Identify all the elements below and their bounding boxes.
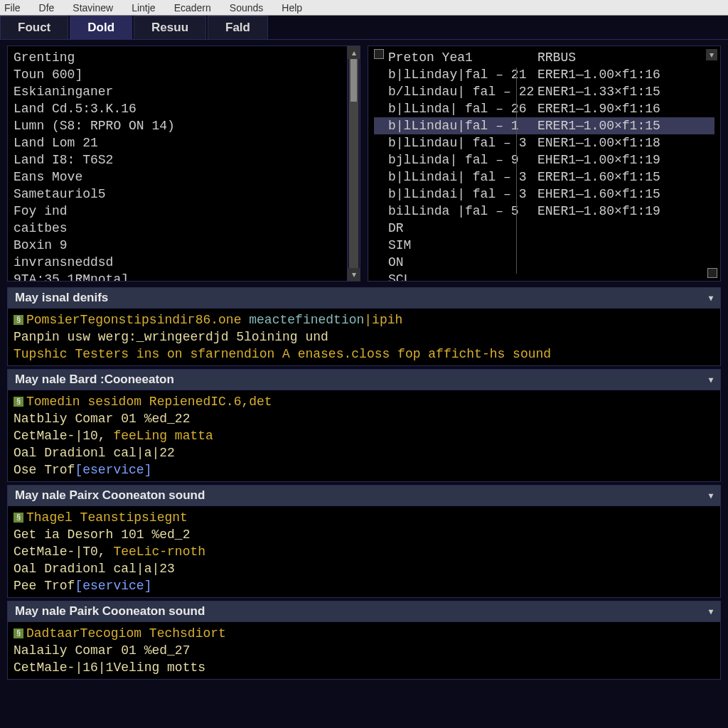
list-item[interactable]: Lumn (S8: RPRO ON 14) (14, 117, 341, 134)
list-item[interactable]: Foy ind (14, 203, 341, 220)
list-item[interactable]: Boxin 9 (14, 237, 341, 254)
log-line: Ose Trof[eservice] (14, 461, 714, 478)
tab-strip: FouctDoldResuuFald (0, 16, 728, 40)
tab-resuu[interactable]: Resuu (134, 16, 206, 39)
left-list-panel: GrentingToun 600]EskianinganerLand Cd.5:… (7, 46, 360, 282)
table-footer-line: ON (374, 254, 714, 271)
log-line: Oal Dradionl cal|a|22 (14, 444, 714, 461)
tab-fald[interactable]: Fald (208, 16, 268, 39)
right-table[interactable]: Preton Yea1RRBUSb|lLinday|fal – 21ERER1—… (368, 46, 720, 281)
log-line: CetMale-|16|1Veling motts (14, 659, 714, 676)
log-line: Natbliy Comar 01 %ed_22 (14, 410, 714, 427)
section-body: §PomsierTegonstipsindiг86.one meactefine… (7, 309, 721, 366)
left-list[interactable]: GrentingToun 600]EskianinganerLand Cd.5:… (8, 46, 347, 281)
table-footer-line: SIM (374, 237, 714, 254)
section-header[interactable]: May nale Pairk Cooneaton sound▾ (7, 601, 721, 622)
log-line: Oal Dradionl cal|a|23 (14, 560, 714, 577)
section: May nale Pairk Cooneaton sound▾§DadtaarT… (7, 601, 721, 680)
table-row[interactable]: b|lLinday|fal – 21ERER1—1.00×f1:16 (374, 66, 714, 83)
section: May nale Bard :Cooneeaton▾§Tomedin sesid… (7, 369, 721, 482)
section-body: §Thagel TeanstipsiegntGet ia Desorh 101 … (7, 506, 721, 598)
log-line: CetMale-|10, feeLing matta (14, 427, 714, 444)
scroll-up-icon[interactable]: ▴ (348, 46, 360, 59)
list-item[interactable]: Land I8: T6S2 (14, 151, 341, 168)
table-row[interactable]: b|lLindai| fal – 3EHER1—1.60×f1:15 (374, 186, 714, 203)
log-line: §DadtaarTecogiom Techsdiort (14, 625, 714, 642)
menu-stavinew[interactable]: Stavinew (73, 2, 113, 14)
menu-sounds[interactable]: Sounds (230, 2, 263, 14)
menu-file[interactable]: File (4, 2, 21, 14)
section-title: May nale Bard :Cooneeaton (15, 373, 174, 387)
log-line: CetMale-|T0, TeeLic-rnoth (14, 543, 714, 560)
log-line: §PomsierTegonstipsindiг86.one meactefine… (14, 311, 714, 328)
chevron-down-icon[interactable]: ▾ (709, 606, 713, 616)
tab-dold[interactable]: Dold (70, 16, 132, 39)
list-item[interactable]: Grenting (14, 49, 341, 66)
list-item[interactable]: Eskianinganer (14, 83, 341, 100)
log-line: Pee Trof[eservice] (14, 577, 714, 594)
list-item[interactable]: 9TA:35.1RMnota] (14, 271, 341, 281)
section-body: §Tomedin sesidom RepienedIC.6,detNatbliy… (7, 390, 721, 482)
log-line: Tupshic Testers ins on sfarnendion A ena… (14, 346, 714, 363)
menu-lintje[interactable]: Lintje (132, 2, 155, 14)
list-item[interactable]: caitbes (14, 220, 341, 237)
table-footer-line: SCL (374, 271, 714, 281)
menu-ecadern[interactable]: Ecadern (174, 2, 211, 14)
table-row[interactable]: bjlLinda| fal – 9EHER1—1.00×f1:19 (374, 151, 714, 168)
list-item[interactable]: Toun 600] (14, 66, 341, 83)
section-title: May nale Pairx Cooneaton sound (15, 488, 205, 503)
menu-bar: FileDfeStavinewLintjeEcadernSoundsHelp (0, 0, 728, 16)
col-header-1[interactable]: Preton Yea1 (388, 49, 537, 66)
section: May nale Pairx Cooneaton sound▾§Thagel T… (7, 485, 721, 598)
list-item[interactable]: Land Cd.5:3.K.16 (14, 100, 341, 117)
chevron-down-icon[interactable]: ▾ (709, 293, 713, 303)
header-checkbox[interactable] (374, 49, 384, 59)
section-header[interactable]: May nale Bard :Cooneeaton▾ (7, 369, 721, 390)
table-row[interactable]: b/lLindau| fal – 22ENER1—1.33×f1:15 (374, 83, 714, 100)
list-item[interactable]: Eans Move (14, 168, 341, 186)
tab-fouct[interactable]: Fouct (0, 16, 68, 39)
corner-checkbox[interactable] (707, 268, 717, 278)
menu-help[interactable]: Help (282, 2, 302, 14)
col-header-2[interactable]: RRBUS (537, 49, 708, 66)
section-body: §DadtaarTecogiom TechsdiortNalaily Comar… (7, 622, 721, 680)
table-row[interactable]: b|lLindau|fal – 1ERER1—1.00×f1:15 (374, 117, 714, 134)
scroll-down-icon[interactable]: ▾ (348, 268, 360, 281)
table-row[interactable]: bilLinda |fal – 5ENER1—1.80×f1:19 (374, 203, 714, 220)
log-line: Nalaily Comar 01 %ed_27 (14, 642, 714, 659)
table-row[interactable]: b|lLinda| fal – 26ERER1—1.90×f1:16 (374, 100, 714, 117)
menu-dfe[interactable]: Dfe (39, 2, 55, 14)
chevron-down-icon[interactable]: ▾ (709, 375, 713, 385)
list-item[interactable]: invransneddsd (14, 254, 341, 271)
section-header[interactable]: May isnal denifs▾ (7, 287, 721, 309)
column-divider (516, 68, 517, 274)
section-header[interactable]: May nale Pairx Cooneaton sound▾ (7, 485, 721, 506)
dropdown-icon[interactable]: ▾ (706, 49, 717, 60)
right-table-panel: Preton Yea1RRBUSb|lLinday|fal – 21ERER1—… (368, 46, 721, 282)
log-line: Panpin usw werg:_wringeerdjd 5loining un… (14, 328, 714, 346)
section: May isnal denifs▾§PomsierTegonstipsindiг… (7, 287, 721, 366)
log-line: Get ia Desorh 101 %ed_2 (14, 526, 714, 543)
table-row[interactable]: b|lLindau| fal – 3ENER1—1.00×f1:18 (374, 134, 714, 151)
scroll-thumb[interactable] (350, 59, 357, 102)
table-row[interactable]: b|lLindai| fal – 3ERER1—1.60×f1:15 (374, 168, 714, 186)
list-item[interactable]: Land Lom 21 (14, 134, 341, 151)
log-line: §Tomedin sesidom RepienedIC.6,det (14, 393, 714, 410)
section-title: May nale Pairk Cooneaton sound (15, 604, 205, 619)
log-line: §Thagel Teanstipsiegnt (14, 509, 714, 526)
left-scrollbar[interactable]: ▴ ▾ (347, 46, 360, 281)
section-title: May isnal denifs (15, 291, 108, 305)
list-item[interactable]: Sametauriol5 (14, 186, 341, 203)
chevron-down-icon[interactable]: ▾ (709, 491, 713, 500)
table-footer-line: DR (374, 220, 714, 237)
